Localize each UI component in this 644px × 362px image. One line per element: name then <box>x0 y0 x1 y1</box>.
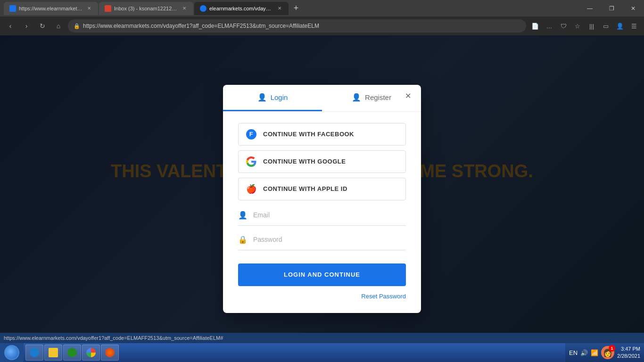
taskbar-right: EN 🔊 📶 👩 1 3:47 PM 2/28/2021 <box>565 343 644 362</box>
clock[interactable]: 3:47 PM 2/28/2021 <box>617 346 640 360</box>
start-button[interactable] <box>0 343 24 362</box>
google-icon <box>246 156 256 167</box>
tab-close-3[interactable]: ✕ <box>276 5 283 12</box>
taskbar: EN 🔊 📶 👩 1 3:47 PM 2/28/2021 <box>0 343 644 362</box>
chrome-icon <box>86 348 96 357</box>
browser-chrome: https://www.elearnmarkets.co ✕ Inbox (3)… <box>0 0 644 35</box>
modal-body: f CONTINUE WITH FACEBOOK CONTINUE WITH G… <box>223 112 421 313</box>
taskbar-items <box>24 345 565 361</box>
tab-3[interactable]: elearnmarkets.com/vdayoffer1 ✕ <box>194 2 289 15</box>
login-continue-button[interactable]: LOGIN AND CONTINUE <box>238 263 406 286</box>
modal-header: 👤 Login 👤 Register ✕ <box>223 85 421 112</box>
shield-icon[interactable]: 🛡 <box>557 20 570 32</box>
tab-1[interactable]: https://www.elearnmarkets.co ✕ <box>4 2 98 15</box>
new-tab-button[interactable]: + <box>289 2 303 15</box>
modal-close-button[interactable]: ✕ <box>401 90 414 103</box>
status-bar: https://www.elearnmarkets.com/vdayoffer1… <box>0 333 644 343</box>
firefox-icon <box>105 348 115 357</box>
media-icon <box>67 348 77 357</box>
apple-login-button[interactable]: 🍎 CONTINUE WITH APPLE ID <box>238 178 406 200</box>
tab-close-1[interactable]: ✕ <box>86 5 92 12</box>
maximize-button[interactable]: ❐ <box>601 0 622 16</box>
bookmark-icon[interactable]: ☆ <box>571 20 584 32</box>
lock-field-icon: 🔒 <box>238 235 248 244</box>
tab-2[interactable]: Inbox (3) - ksonam12212@gma ✕ <box>99 2 193 15</box>
taskbar-item-folder[interactable] <box>44 345 62 361</box>
facebook-icon: f <box>246 129 256 140</box>
tab-title-3: elearnmarkets.com/vdayoffer1 <box>209 6 273 11</box>
email-input[interactable] <box>253 211 406 219</box>
facebook-button-label: CONTINUE WITH FACEBOOK <box>263 131 354 138</box>
reset-password-link[interactable]: Reset Password <box>238 293 406 300</box>
register-tab-label: Register <box>365 93 391 101</box>
login-tab-label: Login <box>271 93 288 101</box>
tab-title-1: https://www.elearnmarkets.co <box>19 6 83 11</box>
facebook-login-button[interactable]: f CONTINUE WITH FACEBOOK <box>238 123 406 146</box>
refresh-button[interactable]: ↻ <box>36 19 49 33</box>
google-button-label: CONTINUE WITH GOOGLE <box>263 158 346 165</box>
notification-icon[interactable]: 👩 1 <box>601 346 614 359</box>
lock-icon: 🔒 <box>74 23 80 29</box>
url-bar[interactable]: 🔒 https://www.elearnmarkets.com/vdayoffe… <box>68 19 526 33</box>
tab-login[interactable]: 👤 Login <box>223 85 322 111</box>
home-button[interactable]: ⌂ <box>52 19 65 33</box>
apple-button-label: CONTINUE WITH APPLE ID <box>263 185 347 192</box>
register-tab-icon: 👤 <box>352 93 361 102</box>
address-right-icons: 📄 … 🛡 ☆ ||| ▭ 👤 ☰ <box>529 20 640 32</box>
password-input[interactable] <box>253 236 406 243</box>
library-icon[interactable]: ||| <box>586 20 598 32</box>
modal-overlay: 👤 Login 👤 Register ✕ f CONTINUE WITH FAC… <box>0 35 644 362</box>
folder-icon <box>49 348 58 357</box>
back-button[interactable]: ‹ <box>4 19 17 33</box>
google-login-button[interactable]: CONTINUE WITH GOOGLE <box>238 150 406 173</box>
close-window-button[interactable]: ✕ <box>622 0 644 16</box>
login-modal: 👤 Login 👤 Register ✕ f CONTINUE WITH FAC… <box>223 85 421 313</box>
tab-close-2[interactable]: ✕ <box>181 5 188 12</box>
taskbar-item-firefox[interactable] <box>101 345 119 361</box>
apple-icon: 🍎 <box>246 184 256 194</box>
language-indicator: EN <box>569 349 578 356</box>
password-field-container: 🔒 <box>238 230 406 250</box>
notification-badge: 1 <box>609 345 615 352</box>
email-field-container: 👤 <box>238 205 406 226</box>
reader-view-icon[interactable]: 📄 <box>529 20 541 32</box>
address-bar: ‹ › ↻ ⌂ 🔒 https://www.elearnmarkets.com/… <box>0 16 644 35</box>
taskbar-item-ie[interactable] <box>25 345 43 361</box>
minimize-button[interactable]: — <box>579 0 601 16</box>
network-icon[interactable]: 📶 <box>591 349 598 356</box>
tab-title-2: Inbox (3) - ksonam12212@gma <box>114 6 178 11</box>
forward-button[interactable]: › <box>20 19 33 33</box>
tab-favicon-3 <box>200 5 206 12</box>
tab-favicon-2 <box>105 5 111 12</box>
taskbar-item-chrome[interactable] <box>82 345 100 361</box>
clock-time: 3:47 PM <box>617 346 640 353</box>
more-options-icon[interactable]: … <box>543 20 555 32</box>
login-tab-icon: 👤 <box>257 93 267 102</box>
volume-icon[interactable]: 🔊 <box>580 349 588 356</box>
window-controls: — ❐ ✕ <box>579 0 644 16</box>
status-url: https://www.elearnmarkets.com/vdayoffer1… <box>4 335 223 341</box>
profile-icon[interactable]: 👤 <box>614 20 626 32</box>
ie-icon <box>30 348 39 357</box>
tab-bar: https://www.elearnmarkets.co ✕ Inbox (3)… <box>0 0 644 16</box>
url-text: https://www.elearnmarkets.com/vdayoffer1… <box>83 23 520 29</box>
start-orb <box>4 345 19 360</box>
clock-date: 2/28/2021 <box>617 353 640 360</box>
taskbar-item-media[interactable] <box>63 345 81 361</box>
tab-favicon-1 <box>9 5 16 12</box>
menu-icon[interactable]: ☰ <box>628 20 640 32</box>
sidebar-icon[interactable]: ▭ <box>600 20 612 32</box>
email-icon: 👤 <box>238 211 248 220</box>
